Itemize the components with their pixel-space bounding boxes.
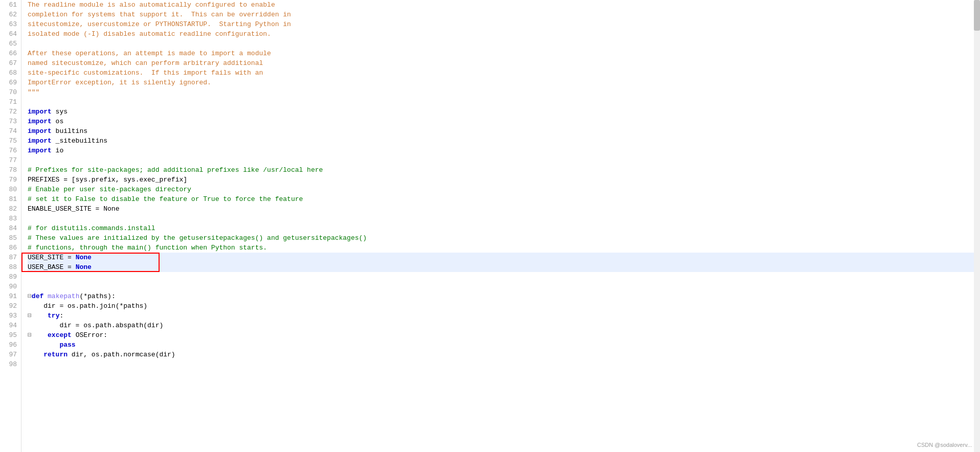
code-token: _sitebuiltins bbox=[52, 136, 107, 146]
code-token: None bbox=[76, 253, 92, 262]
line-number: 64 bbox=[0, 29, 21, 39]
fold-marker[interactable]: ⊟ bbox=[28, 311, 32, 321]
line-number: 62 bbox=[0, 10, 21, 19]
line-number: 80 bbox=[0, 185, 21, 194]
code-token: dir = os.path.join(*paths) bbox=[28, 301, 147, 311]
code-line bbox=[28, 272, 980, 282]
code-line bbox=[28, 39, 980, 49]
code-token: # Prefixes for site-packages; add additi… bbox=[28, 165, 323, 175]
code-line: # Enable per user site-packages director… bbox=[28, 185, 980, 194]
line-number: 92 bbox=[0, 301, 21, 311]
code-line: site-specific customizations. If this im… bbox=[28, 68, 980, 78]
code-token: (*paths): bbox=[79, 291, 115, 301]
line-number: 79 bbox=[0, 175, 21, 185]
code-line: return dir, os.path.normcase(dir) bbox=[28, 350, 980, 359]
code-line: dir = os.path.abspath(dir) bbox=[28, 321, 980, 330]
line-number: 66 bbox=[0, 49, 21, 58]
line-number: 84 bbox=[0, 223, 21, 233]
code-token: try bbox=[48, 311, 59, 321]
code-token: ImportError exception, it is silently ig… bbox=[28, 78, 211, 87]
code-token: site-specific customizations. If this im… bbox=[28, 68, 263, 78]
code-line: PREFIXES = [sys.prefix, sys.exec_prefix] bbox=[28, 175, 980, 185]
code-line: # These values are initialized by the ge… bbox=[28, 233, 980, 243]
code-area[interactable]: The readline module is also automaticall… bbox=[21, 0, 980, 452]
code-token: # These values are initialized by the ge… bbox=[28, 233, 263, 243]
code-token: and getusersitepackages() bbox=[263, 233, 367, 243]
code-line: # functions, through the main() function… bbox=[28, 243, 980, 253]
code-line: completion for systems that support it. … bbox=[28, 10, 980, 19]
code-token: io bbox=[52, 146, 63, 155]
code-token: : bbox=[59, 311, 63, 321]
fold-marker[interactable]: ⊟ bbox=[28, 330, 32, 340]
code-line: named sitecustomize, which can perform a… bbox=[28, 58, 980, 68]
code-line: # set it to False to disable the feature… bbox=[28, 194, 980, 204]
scrollbar-thumb[interactable] bbox=[974, 0, 980, 31]
line-number: 83 bbox=[0, 214, 21, 223]
line-number: 87 bbox=[0, 253, 21, 262]
line-numbers: 6162636465666768697071727374757677787980… bbox=[0, 0, 21, 452]
code-token: The readline module is also automaticall… bbox=[28, 0, 275, 10]
code-line: import os bbox=[28, 117, 980, 126]
code-line: ImportError exception, it is silently ig… bbox=[28, 78, 980, 87]
code-line: isolated mode (-I) disables automatic re… bbox=[28, 29, 980, 39]
line-number: 61 bbox=[0, 0, 21, 10]
code-token: # functions, through the main() function… bbox=[28, 243, 267, 253]
code-line: import builtins bbox=[28, 126, 980, 136]
code-token: # for distutils.commands.install bbox=[28, 223, 155, 233]
line-number: 71 bbox=[0, 97, 21, 107]
code-line: After these operations, an attempt is ma… bbox=[28, 49, 980, 58]
code-token: # set it to False to disable the feature… bbox=[28, 194, 303, 204]
code-token: sitecustomize, usercustomize or PYTHONST… bbox=[28, 19, 291, 29]
code-token: import bbox=[28, 146, 52, 155]
line-number: 70 bbox=[0, 87, 21, 97]
code-token: import bbox=[28, 126, 52, 136]
code-token: return bbox=[43, 350, 68, 359]
line-number: 69 bbox=[0, 78, 21, 87]
code-token: PREFIXES = [sys.prefix, sys.exec_prefix] bbox=[28, 175, 187, 185]
line-number: 76 bbox=[0, 146, 21, 155]
line-number: 67 bbox=[0, 58, 21, 68]
code-token: dir, os.path.normcase(dir) bbox=[68, 350, 175, 359]
code-token: ENABLE_USER_SITE = None bbox=[28, 204, 119, 214]
line-number: 63 bbox=[0, 19, 21, 29]
line-number: 86 bbox=[0, 243, 21, 253]
code-line: ⊟def makepath(*paths): bbox=[28, 291, 980, 301]
code-line: import io bbox=[28, 146, 980, 155]
line-number: 82 bbox=[0, 204, 21, 214]
code-line: dir = os.path.join(*paths) bbox=[28, 301, 980, 311]
code-line bbox=[28, 155, 980, 165]
code-line bbox=[28, 359, 980, 369]
code-line: sitecustomize, usercustomize or PYTHONST… bbox=[28, 19, 980, 29]
code-token: import bbox=[28, 117, 52, 126]
code-line: USER_SITE = None bbox=[28, 253, 980, 262]
line-number: 91 bbox=[0, 291, 21, 301]
code-line: USER_BASE = None bbox=[28, 262, 980, 272]
line-number: 88 bbox=[0, 262, 21, 272]
line-number: 77 bbox=[0, 155, 21, 165]
scrollbar[interactable] bbox=[974, 0, 980, 452]
code-token: except bbox=[48, 330, 72, 340]
code-line: ENABLE_USER_SITE = None bbox=[28, 204, 980, 214]
code-token: dir = os.path.abspath(dir) bbox=[28, 321, 163, 330]
code-token: import bbox=[28, 136, 52, 146]
code-token: completion for systems that support it. … bbox=[28, 10, 291, 19]
code-line bbox=[28, 214, 980, 223]
code-line: import sys bbox=[28, 107, 980, 117]
code-token bbox=[32, 330, 48, 340]
code-token: def bbox=[32, 291, 48, 301]
fold-marker[interactable]: ⊟ bbox=[28, 291, 32, 301]
code-token: import bbox=[28, 107, 52, 117]
code-line bbox=[28, 97, 980, 107]
line-number: 73 bbox=[0, 117, 21, 126]
code-token: sys bbox=[52, 107, 68, 117]
line-number: 93 bbox=[0, 311, 21, 321]
code-token: isolated mode (-I) disables automatic re… bbox=[28, 29, 271, 39]
code-token: """ bbox=[28, 87, 39, 97]
line-number: 74 bbox=[0, 126, 21, 136]
line-number: 78 bbox=[0, 165, 21, 175]
code-token: makepath bbox=[48, 291, 79, 301]
code-line: """ bbox=[28, 87, 980, 97]
code-line: ⊟ try: bbox=[28, 311, 980, 321]
code-token bbox=[28, 350, 43, 359]
code-token: OSError: bbox=[72, 330, 107, 340]
